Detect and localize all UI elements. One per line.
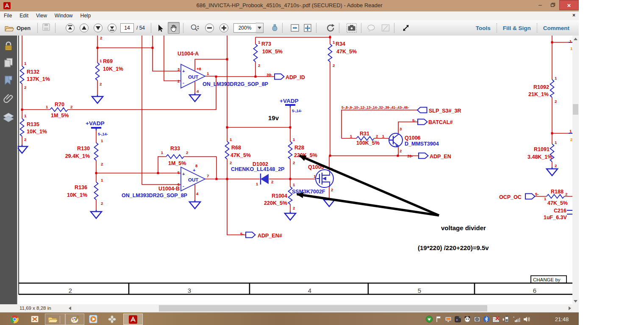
zoom-level-input[interactable]: 200% [233,23,256,33]
schematic-label: R1091 [534,146,550,152]
schematic-label: 4 [308,287,311,294]
bookmarks-icon[interactable] [0,73,17,88]
signal-bars-icon[interactable]: * [513,316,520,322]
marquee-zoom-button[interactable] [189,22,201,34]
scroll-left-icon[interactable] [67,305,73,311]
idm-icon[interactable] [426,316,433,322]
schematic-label: 5 [178,170,180,175]
close-button[interactable]: × [559,0,579,10]
volume-icon[interactable] [523,316,530,322]
schematic-label: 6 [178,182,180,187]
ink-bottle-icon [270,23,279,33]
vertical-scrollbar[interactable] [572,36,579,304]
horizontal-scroll-thumb[interactable] [159,305,487,311]
schematic-label: 1 [230,137,232,142]
open-button[interactable]: Open [4,24,31,32]
previous-page-button[interactable] [79,23,89,33]
down-arrow-icon [93,23,103,33]
tools-tab[interactable]: Tools [470,25,497,31]
attachments-paperclip-icon[interactable] [0,91,17,106]
adobe-reader-taskbar-button[interactable] [123,314,143,325]
schematic-label: ADP_EN# [258,233,282,239]
comment-tab[interactable]: Comment [537,25,575,31]
toolbar: Open 14 / 54 [0,20,579,36]
mosfet-q1005 [316,170,333,187]
fit-page-button[interactable] [302,22,314,34]
close-document-icon[interactable]: × [572,12,575,18]
text-edit-button[interactable] [380,22,391,34]
svg-text:*: * [513,316,514,319]
display-icon[interactable] [445,316,452,322]
snapshot-button[interactable] [346,22,358,34]
reading-mode-button[interactable] [400,22,412,34]
paint-palette-icon [70,315,80,324]
hand-tool-button[interactable] [168,22,180,34]
last-page-button[interactable] [107,23,117,33]
window-title: 686_INVICTA-HP_Probook_4510s_4710s-.pdf … [0,2,579,8]
vertical-scroll-thumb[interactable] [573,104,578,115]
layers-icon[interactable] [0,110,17,125]
menu-view[interactable]: View [32,11,51,20]
vault-icon[interactable] [474,316,480,322]
bluetooth-icon[interactable] [483,316,489,322]
menu-help[interactable]: Help [77,11,95,20]
zoom-in-button[interactable] [219,23,229,33]
ink-bottle-button[interactable] [269,22,280,34]
save-icon [42,22,51,32]
schematic-label: 7 [207,174,209,178]
schematic-label: 10K_1% [103,66,123,72]
schematic-label: 1 [100,58,102,63]
page-number-input[interactable]: 14 [120,23,134,33]
scroll-down-icon[interactable] [572,298,579,304]
flag-icon[interactable] [436,316,442,322]
file-explorer-taskbar-button[interactable] [45,314,65,325]
notebook-icon[interactable] [455,316,461,322]
minimize-button[interactable]: – [534,0,547,9]
page-thumbnails-icon[interactable] [0,55,17,70]
menu-window[interactable]: Window [51,11,77,20]
schematic-label: Q1006 [405,135,421,141]
schematic-label: CHANGE by [533,277,561,282]
schematic-label: R34 [336,41,345,47]
schematic-label: 2 [101,162,103,166]
media-player-icon[interactable] [88,314,98,324]
scroll-up-icon[interactable] [572,36,579,42]
menu-file[interactable]: File [0,11,16,20]
schematic-label: - [183,183,184,188]
schematic-label: BATCAL# [428,119,452,125]
paint-taskbar-button[interactable] [65,314,84,325]
save-button[interactable] [42,22,51,33]
schematic-label: +VADP [280,98,298,104]
rotate-view-button[interactable] [325,22,336,34]
schematic-label: 1 [350,134,353,138]
schematic-label: R70 [55,102,64,107]
schematic-label: 2 [178,79,180,83]
scroll-right-icon[interactable] [567,305,573,311]
zoom-dropdown-button[interactable] [256,23,264,33]
taskbar-clock[interactable]: 21:48 [549,313,575,325]
schematic-label: 2 [24,137,26,142]
hxd-icon[interactable] [30,314,40,324]
calendar-x-icon[interactable] [492,316,500,322]
battery-plug-icon[interactable] [502,316,510,322]
panda-icon[interactable] [464,316,471,322]
adobe-reader-window: 686_INVICTA-HP_Probook_4510s_4710s-.pdf … [0,0,579,325]
zoom-out-button[interactable] [205,23,214,33]
up-arrow-icon [79,23,89,33]
first-page-button[interactable] [65,23,75,33]
next-page-button[interactable] [93,23,103,33]
chrome-icon[interactable] [9,314,19,324]
restore-button[interactable] [547,0,559,9]
schematic-label: 2 [271,179,273,184]
select-tool-button[interactable] [154,22,166,34]
schematic-canvas[interactable]: R132137K_1%12R13510K_1%12R701M_5%12R6910… [18,36,572,304]
horizontal-scrollbar[interactable] [76,305,566,312]
fill-sign-tab[interactable]: Fill & Sign [497,25,537,31]
page-size-label: 11,69 x 8,28 in [19,306,51,311]
fit-width-button[interactable] [289,22,301,34]
labels-layer: R132137K_1%12R13510K_1%12R701M_5%12R6910… [24,36,572,294]
comment-bubble-button[interactable] [365,22,377,34]
security-lock-icon[interactable] [0,38,17,53]
menu-edit[interactable]: Edit [16,11,32,20]
flower-icon[interactable] [107,314,117,324]
